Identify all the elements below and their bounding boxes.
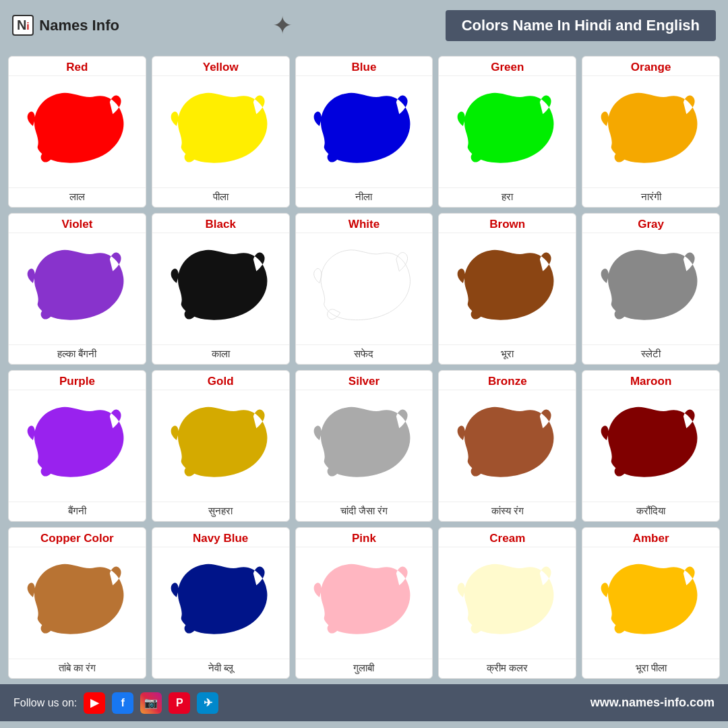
color-blob (296, 76, 433, 187)
color-name-hindi: भूरा पीला (582, 659, 719, 678)
color-name-english: Maroon (582, 371, 719, 390)
color-name-hindi: हल्का बैंगनी (9, 344, 146, 364)
color-name-hindi: क्रीम कलर (439, 659, 576, 678)
color-name-english: Orange (582, 57, 719, 76)
color-blob (152, 233, 289, 344)
color-card-yellow: Yellow पीला (152, 56, 290, 208)
color-card-maroon: Maroon करौंदिया (582, 370, 720, 522)
color-name-english: Gray (582, 214, 719, 233)
color-card-cream: Cream क्रीम कलर (438, 527, 576, 679)
website-url: www.names-info.com (590, 696, 715, 710)
color-name-english: Cream (439, 528, 576, 547)
color-card-bronze: Bronze कांस्य रंग (438, 370, 576, 522)
footer: Follow us on: ▶ f 📷 P ✈ www.names-info.c… (0, 684, 728, 721)
color-card-orange: Orange नारंगी (582, 56, 720, 208)
color-name-hindi: कांस्य रंग (439, 502, 576, 521)
color-blob (582, 76, 719, 187)
color-name-english: Copper Color (9, 528, 146, 547)
color-blob (9, 233, 146, 344)
color-name-hindi: सुनहरा (152, 502, 289, 521)
color-name-english: Brown (439, 214, 576, 233)
color-blob (582, 547, 719, 659)
color-name-hindi: लाल (9, 187, 146, 207)
color-card-pink: Pink गुलाबी (295, 527, 433, 679)
color-card-gold: Gold सुनहरा (152, 370, 290, 522)
color-name-hindi: पीला (152, 187, 289, 207)
color-blob (296, 233, 433, 344)
instagram-icon[interactable]: 📷 (140, 692, 162, 714)
header: Ni Names Info ✦ Colors Name In Hindi and… (0, 0, 728, 51)
telegram-icon[interactable]: ✈ (197, 692, 218, 714)
color-name-hindi: नीला (296, 187, 433, 207)
color-name-hindi: काला (152, 344, 289, 364)
color-blob (9, 76, 146, 187)
color-name-english: Violet (9, 214, 146, 233)
color-name-english: Bronze (439, 371, 576, 390)
color-blob (439, 76, 576, 187)
color-name-hindi: भूरा (439, 344, 576, 364)
color-blob (152, 547, 289, 659)
color-blob (582, 233, 719, 344)
color-name-english: Yellow (152, 57, 289, 76)
color-blob (152, 76, 289, 187)
color-card-green: Green हरा (438, 56, 576, 208)
color-blob (582, 390, 719, 502)
color-blob (296, 390, 433, 502)
youtube-icon[interactable]: ▶ (84, 692, 105, 714)
color-card-brown: Brown भूरा (438, 213, 576, 365)
color-name-english: Blue (296, 57, 433, 76)
color-card-purple: Purple बैंगनी (8, 370, 146, 522)
color-name-english: Gold (152, 371, 289, 390)
colors-grid: Red लालYellow पीलाBlue नीलाGreen हराOran… (0, 51, 728, 684)
color-card-white: White सफेद (295, 213, 433, 365)
logo-letter: N (17, 18, 26, 32)
color-name-hindi: तांबे का रंग (9, 659, 146, 678)
logo-box: Ni (12, 15, 34, 36)
color-card-copper-color: Copper Color तांबे का रंग (8, 527, 146, 679)
color-name-hindi: गुलाबी (296, 659, 433, 678)
brand-name: Names Info (39, 17, 119, 34)
header-icon: ✦ (272, 11, 293, 40)
color-blob (439, 233, 576, 344)
color-blob (439, 547, 576, 659)
color-name-english: White (296, 214, 433, 233)
color-blob (152, 390, 289, 502)
color-name-english: Navy Blue (152, 528, 289, 547)
logo-area: Ni Names Info (12, 15, 119, 36)
page-title: Colors Name In Hindi and English (446, 10, 716, 41)
footer-left: Follow us on: ▶ f 📷 P ✈ (13, 692, 218, 714)
color-name-hindi: नेवी ब्लू (152, 659, 289, 678)
color-name-english: Black (152, 214, 289, 233)
color-card-gray: Gray स्लेटी (582, 213, 720, 365)
color-card-red: Red लाल (8, 56, 146, 208)
color-name-hindi: स्लेटी (582, 344, 719, 364)
follow-text: Follow us on: (13, 697, 77, 709)
color-name-english: Green (439, 57, 576, 76)
color-name-hindi: सफेद (296, 344, 433, 364)
color-name-english: Red (9, 57, 146, 76)
color-name-english: Amber (582, 528, 719, 547)
color-name-hindi: नारंगी (582, 187, 719, 207)
color-card-blue: Blue नीला (295, 56, 433, 208)
color-blob (9, 390, 146, 502)
color-blob (296, 547, 433, 659)
color-card-black: Black काला (152, 213, 290, 365)
color-name-hindi: हरा (439, 187, 576, 207)
color-name-hindi: बैंगनी (9, 502, 146, 521)
color-blob (439, 390, 576, 502)
color-name-english: Silver (296, 371, 433, 390)
color-name-english: Pink (296, 528, 433, 547)
color-name-hindi: चांदी जैसा रंग (296, 502, 433, 521)
facebook-icon[interactable]: f (112, 692, 133, 714)
color-name-english: Purple (9, 371, 146, 390)
color-name-hindi: करौंदिया (582, 502, 719, 521)
color-card-amber: Amber भूरा पीला (582, 527, 720, 679)
pinterest-icon[interactable]: P (169, 692, 190, 714)
color-card-navy-blue: Navy Blue नेवी ब्लू (152, 527, 290, 679)
color-card-silver: Silver चांदी जैसा रंग (295, 370, 433, 522)
color-card-violet: Violet हल्का बैंगनी (8, 213, 146, 365)
color-blob (9, 547, 146, 659)
